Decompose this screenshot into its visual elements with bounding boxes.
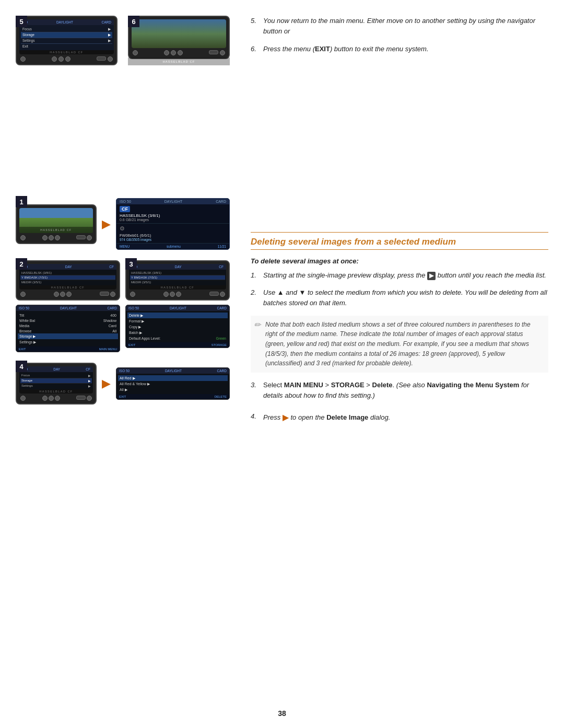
row-exit: Exit [21,44,112,49]
ds-row-5: Default Apps Level:Green [127,336,228,341]
section-title: Deleting several images from a selected … [251,237,548,250]
prev-button: ▶ [427,272,436,280]
bs4-press: Press [263,413,283,421]
section-2: 2 ISO DAY CF HASSELBLSK (3/8/1) Y BMDASK… [16,258,120,301]
delete-storage-wrap: ISO 50 DAYLIGHT CARD Delete ▶ Format ▶ C… [125,305,230,352]
sec4-left-camera: ISO DAY CF Focus▶ Storage▶ Settings▶ HAS… [16,363,97,405]
left-column: 5 ISO DAYLIGHT CARD Focus▶ Storage▶ Sett… [16,16,240,712]
screen-6: HASSELBLAD CF [132,19,226,48]
bs3-mid2: > [365,381,372,389]
ds-row-3: Copy ▶ [127,324,228,330]
btn-a-5 [20,56,26,62]
landscape-img-1: HASSELBLAD CF [19,208,93,233]
btn-group-6 [164,50,183,55]
hb-strip-2: HASSELBLAD CF [19,285,116,290]
bs3-storage: STORAGE [331,381,365,389]
screen-left-1: HASSELBLAD CF [19,208,93,233]
fig-num-4: 4 [16,361,27,372]
di-iso: ISO 50 [119,369,130,373]
step6-text2: ) button to exit the menu system. [330,45,429,53]
light-3: DAY [175,265,182,269]
figure-5: 5 ISO DAYLIGHT CARD Focus▶ Storage▶ Sett… [16,16,118,65]
screen-4: ISO DAY CF Focus▶ Storage▶ Settings▶ HAS… [19,366,93,394]
mls-iso: ISO 50 [120,200,131,203]
card-label-5: CARD [102,20,111,24]
b2-2 [60,292,65,297]
btn-c-5 [58,56,64,62]
row2-c: MEDIR (3/5/1) [20,280,115,284]
section-4: 4 ISO DAY CF Focus▶ Storag [16,361,230,405]
di-all: All ▶ [120,388,127,392]
body-3: HASSELBLSK (3/8/1) Y BMDASK (7/3/1) MEDI… [129,270,226,285]
fig-num-6: 6 [128,16,139,27]
bs4-bold: Delete Image [326,413,368,421]
fw-icon: ⚙ [120,225,151,232]
top-figures: 5 ISO DAYLIGHT CARD Focus▶ Storage▶ Sett… [16,16,230,65]
bs4-italic: dialog. [368,413,390,421]
bs3-num: 3. [251,380,260,401]
cam-4: ISO DAY CF Focus▶ Storage▶ Settings▶ HAS… [16,363,97,405]
bs1-before: Starting at the single-image preview dis… [263,271,425,279]
mm-light: DAYLIGHT [60,306,77,310]
topbar-3: ISO DAY CF [129,264,226,270]
mls-card: CARD [216,200,226,203]
btn-a-3 [130,292,135,297]
cf-count: 0.6 GB/21 images [120,218,160,222]
di-exit: EXIT [119,395,126,398]
btn-d-6 [178,50,183,55]
delete-image-screen: ISO 50 DAYLIGHT CARD All Red ▶ All Red &… [116,367,230,400]
camera-device-5: ISO DAYLIGHT CARD Focus▶ Storage▶ Settin… [16,16,118,65]
mm-row-3: MediaCard [18,323,118,328]
ctrl-4 [19,396,93,401]
section-3: 3 ISO DAY CF HASSELBLSK (3/8/1) Y BMDASK… [125,258,230,301]
ds-topbar: ISO 50 DAYLIGHT CARD [126,305,229,311]
note-text: Note that both each listed medium shows … [265,321,531,367]
controls-6 [132,50,226,55]
bs1-after: button until you reach the media list. [438,271,546,279]
delete-image-wrap: ISO 50 DAYLIGHT CARD All Red ▶ All Red &… [116,367,230,400]
bs3-after: . [393,381,396,389]
bs3-see-also: (See also [396,381,427,389]
di-light: DAYLIGHT [165,369,182,373]
menu-body-5: Focus▶ Storage▶ Settings▶ Exit [19,25,114,50]
step-5: 5. You now return to the main menu. Eith… [251,16,548,37]
topbar-2: ISO DAY CF [19,264,116,270]
b2-3 [170,292,175,297]
row3-a: HASSELBLSK (3/8/1) [130,271,225,275]
mm-card: CARD [108,306,117,310]
section-1-wrap: 1 HASSELBLAD CF [16,196,230,250]
bs2-text: Use ▲ and ▼ to select the medium from wh… [263,287,548,308]
hb-text-1: HASSELBLAD CF [40,228,72,232]
row4-c: Settings▶ [20,384,92,388]
d1-2 [100,292,109,296]
delete-storage-screen: ISO 50 DAYLIGHT CARD Delete ▶ Format ▶ C… [125,305,230,348]
note-box: ✏ Note that both each listed medium show… [251,316,548,373]
mm-bottom: EXIT MAIN MENU [16,346,120,352]
btn-b-6 [164,50,169,55]
row4-a: Focus▶ [20,373,92,378]
light-2: DAY [65,265,72,269]
body-2: HASSELBLSK (3/8/1) Y BMDASK (7/3/1) MEDI… [19,270,116,285]
light-4: DAY [53,367,60,371]
btn-b-5 [52,56,57,62]
mls-topbar: ISO 50 DAYLIGHT CARD [116,199,229,204]
dial-grp-1 [76,235,92,240]
section-title-wrap: Deleting several images from a selected … [251,232,548,250]
cf-name: HASSELBLSK (3/8/1) [120,213,160,218]
hb-strip-3: HASSELBLAD CF [129,285,226,290]
d1-4 [76,396,86,400]
mm-body: Tilt400 White BalShadow MediaCard Browse… [16,311,120,346]
btn-grp-3 [163,292,181,297]
btn-e-6 [220,50,225,55]
ds-card: CARD [217,306,227,310]
row-settings: Settings▶ [21,38,112,44]
mm-iso: ISO 50 [19,306,29,310]
btn-a-1 [20,235,26,240]
arrow-1: ▶ [102,217,111,231]
sections-2-3: 2 ISO DAY CF HASSELBLSK (3/8/1) Y BMDASK… [16,258,230,301]
mm-row-1: Tilt400 [18,313,118,318]
di-row-3: All ▶ [118,387,228,392]
controls-5 [19,56,114,62]
media-list-screen: ISO 50 DAYLIGHT CARD CF HASSELBLSK (3/8/… [116,198,230,250]
mls-menu: MENU [120,245,130,248]
